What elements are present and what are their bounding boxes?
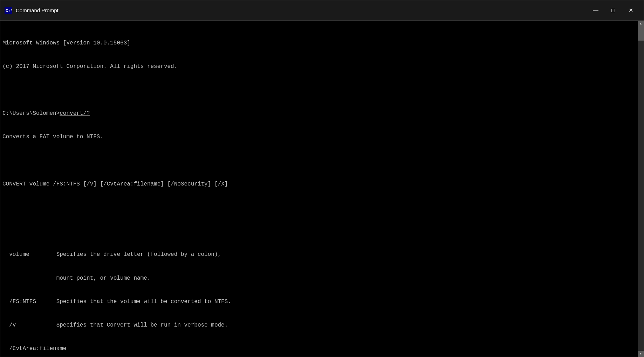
scroll-down-button[interactable]: ▼ [638,351,644,357]
line-4: C:\Users\Solomen>convert/? [2,110,636,117]
maximize-icon: □ [611,7,615,14]
scrollbar-thumb[interactable] [638,27,644,41]
line-7: CONVERT volume /FS:NTFS [/V] [/CvtArea:f… [2,180,636,188]
line-13: /V Specifies that Convert will be run in… [2,321,636,329]
minimize-button[interactable]: — [587,0,604,21]
window-controls: — □ ✕ [587,0,639,21]
line-3 [2,86,636,94]
line-6 [2,157,636,164]
line-1: Microsoft Windows [Version 10.0.15063] [2,39,636,47]
title-bar: C:\ Command Prompt — □ ✕ [0,0,644,21]
scrollbar-track[interactable] [638,27,644,351]
line-14: /CvtArea:filename [2,345,636,352]
line-11: mount point, or volume name. [2,274,636,282]
window-title: Command Prompt [16,7,587,13]
line-8 [2,204,636,211]
line-2: (c) 2017 Microsoft Corporation. All righ… [2,63,636,70]
terminal-output[interactable]: Microsoft Windows [Version 10.0.15063] (… [0,21,638,357]
line-12: /FS:NTFS Specifies that the volume will … [2,298,636,306]
scroll-up-button[interactable]: ▲ [638,21,644,27]
cmd-icon: C:\ [5,7,12,14]
window-body: Microsoft Windows [Version 10.0.15063] (… [0,21,644,357]
line-5: Converts a FAT volume to NTFS. [2,133,636,141]
close-icon: ✕ [629,7,633,14]
cmd-window: C:\ Command Prompt — □ ✕ Microsoft Windo… [0,0,644,357]
minimize-icon: — [593,7,598,14]
line-10: volume Specifies the drive letter (follo… [2,251,636,258]
close-button[interactable]: ✕ [622,0,639,21]
scrollbar: ▲ ▼ [638,21,644,357]
line-9 [2,227,636,235]
maximize-button[interactable]: □ [604,0,622,21]
svg-text:C:\: C:\ [6,9,12,14]
